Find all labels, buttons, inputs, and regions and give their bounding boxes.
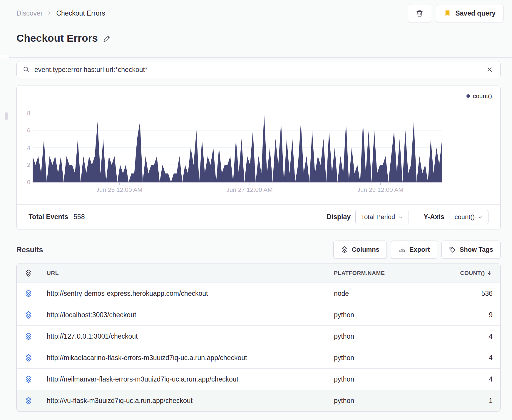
url-cell: http://sentry-demos-express.herokuapp.co… bbox=[47, 290, 334, 298]
chevron-down-icon bbox=[398, 215, 403, 220]
saved-query-button[interactable]: Saved query bbox=[436, 4, 503, 22]
table-body: http://sentry-demos-express.herokuapp.co… bbox=[17, 283, 500, 411]
sort-desc-icon bbox=[487, 270, 493, 276]
export-label: Export bbox=[409, 246, 430, 253]
table-row: http://sentry-demos-express.herokuapp.co… bbox=[17, 283, 500, 304]
stack-icon[interactable] bbox=[24, 397, 47, 405]
url-cell: http://mikaelacarino-flask-errors-m3uuiz… bbox=[47, 354, 334, 362]
y-axis-tick-label: 8 bbox=[17, 110, 30, 117]
y-axis-tick-label: 4 bbox=[17, 144, 30, 151]
x-axis-tick-label: Jun 27 12:00 AM bbox=[226, 186, 273, 193]
y-axis-tick-label: 6 bbox=[17, 127, 30, 134]
results-header-row: Results Columns Export Show Tags bbox=[16, 241, 501, 259]
url-cell: http://neilmanvar-flask-errors-m3uuizd7i… bbox=[47, 375, 334, 383]
page-divider bbox=[0, 57, 512, 58]
x-axis-tick-label: Jun 25 12:00 AM bbox=[96, 186, 143, 193]
url-cell: http://vu-flask-m3uuizd7iq-uc.a.run.app/… bbox=[47, 397, 334, 405]
show-tags-button[interactable]: Show Tags bbox=[441, 241, 501, 259]
area-series bbox=[33, 113, 442, 182]
stack-icon[interactable] bbox=[24, 289, 47, 298]
download-icon bbox=[398, 246, 406, 253]
column-header-count[interactable]: COUNT() bbox=[460, 270, 493, 276]
platform-cell: python bbox=[334, 397, 446, 405]
legend-label: count() bbox=[473, 93, 492, 100]
count-cell: 536 bbox=[481, 290, 493, 298]
count-cell: 4 bbox=[489, 354, 493, 362]
export-button[interactable]: Export bbox=[391, 241, 437, 259]
y-axis-dropdown[interactable]: count() bbox=[449, 210, 488, 224]
table-row: http://127.0.0.1:3001/checkoutpython4 bbox=[17, 325, 500, 347]
chevron-down-icon bbox=[478, 215, 483, 220]
total-events-label: Total Events bbox=[29, 213, 68, 221]
trash-icon bbox=[416, 9, 424, 17]
table-row: http://vu-flask-m3uuizd7iq-uc.a.run.app/… bbox=[17, 390, 500, 411]
display-value: Total Period bbox=[361, 213, 395, 221]
chart-legend[interactable]: count() bbox=[466, 93, 492, 100]
main-content: count() 02468Jun 25 12:00 AMJun 27 12:00… bbox=[16, 61, 501, 411]
count-cell: 1 bbox=[489, 397, 493, 405]
platform-cell: node bbox=[334, 290, 446, 298]
breadcrumb-chevron-icon bbox=[47, 11, 52, 16]
x-axis-tick bbox=[250, 182, 250, 185]
table-row: http://localhost:3003/checkoutpython9 bbox=[17, 304, 500, 325]
display-dropdown[interactable]: Total Period bbox=[355, 210, 409, 224]
platform-cell: python bbox=[334, 375, 446, 383]
bookmark-icon bbox=[444, 10, 451, 17]
top-bar: Discover Checkout Errors Saved query bbox=[0, 0, 512, 22]
sidebar-collapse-handle[interactable] bbox=[0, 55, 9, 60]
layers-icon bbox=[341, 246, 348, 253]
search-input[interactable] bbox=[34, 66, 481, 74]
y-axis-label: Y-Axis bbox=[424, 213, 444, 221]
error-count-chart: count() 02468Jun 25 12:00 AMJun 27 12:00… bbox=[17, 85, 500, 204]
tag-icon bbox=[449, 246, 456, 253]
platform-cell: python bbox=[334, 332, 446, 340]
total-events: Total Events 558 bbox=[29, 213, 85, 221]
results-table: URL PLATFORM.NAME COUNT() http://sentry-… bbox=[16, 263, 501, 411]
table-row: http://neilmanvar-flask-errors-m3uuizd7i… bbox=[17, 368, 500, 390]
display-label: Display bbox=[327, 213, 351, 221]
stack-icon[interactable] bbox=[24, 354, 47, 362]
title-row: Checkout Errors bbox=[16, 32, 512, 44]
url-cell: http://localhost:3003/checkout bbox=[47, 311, 334, 319]
search-icon bbox=[23, 66, 30, 73]
delete-query-button[interactable] bbox=[408, 4, 431, 22]
results-actions: Columns Export Show Tags bbox=[333, 241, 501, 259]
scroll-grip bbox=[5, 112, 8, 120]
clear-search-icon[interactable] bbox=[485, 65, 494, 74]
platform-cell: python bbox=[334, 354, 446, 362]
edit-title-icon[interactable] bbox=[103, 35, 111, 43]
x-axis-tick-label: Jun 29 12:00 AM bbox=[357, 186, 404, 193]
chart-footer: Total Events 558 Display Total Period Y-… bbox=[17, 204, 500, 229]
stack-icon[interactable] bbox=[24, 332, 47, 340]
topbar-actions: Saved query bbox=[408, 4, 503, 22]
show-tags-label: Show Tags bbox=[460, 246, 493, 253]
breadcrumb-current: Checkout Errors bbox=[56, 9, 105, 17]
x-axis-tick bbox=[380, 182, 381, 185]
chart-controls: Display Total Period Y-Axis count() bbox=[327, 210, 488, 224]
stack-icon[interactable] bbox=[24, 375, 47, 383]
results-heading: Results bbox=[16, 246, 43, 254]
x-axis-tick bbox=[119, 182, 120, 185]
table-row: http://mikaelacarino-flask-errors-m3uuiz… bbox=[17, 347, 500, 368]
table-header: URL PLATFORM.NAME COUNT() bbox=[17, 263, 500, 283]
count-header-label: COUNT() bbox=[460, 270, 485, 276]
search-bar bbox=[16, 61, 501, 78]
column-header-platform[interactable]: PLATFORM.NAME bbox=[334, 270, 446, 276]
column-header-url[interactable]: URL bbox=[47, 270, 334, 276]
breadcrumb-discover[interactable]: Discover bbox=[16, 9, 43, 17]
header-stack-icon[interactable] bbox=[24, 269, 47, 277]
page-title: Checkout Errors bbox=[16, 32, 98, 44]
legend-dot-icon bbox=[466, 94, 470, 98]
url-cell: http://127.0.0.1:3001/checkout bbox=[47, 332, 334, 340]
stack-icon[interactable] bbox=[24, 311, 47, 319]
chart-panel: count() 02468Jun 25 12:00 AMJun 27 12:00… bbox=[16, 85, 501, 229]
total-events-value: 558 bbox=[73, 213, 85, 221]
saved-query-label: Saved query bbox=[455, 9, 496, 17]
columns-label: Columns bbox=[352, 246, 379, 253]
y-axis-tick-label: 0 bbox=[17, 179, 30, 186]
columns-button[interactable]: Columns bbox=[333, 241, 387, 259]
y-axis-value: count() bbox=[455, 213, 475, 221]
count-cell: 9 bbox=[489, 311, 493, 319]
y-axis-tick-label: 2 bbox=[17, 162, 30, 168]
platform-cell: python bbox=[334, 311, 446, 319]
